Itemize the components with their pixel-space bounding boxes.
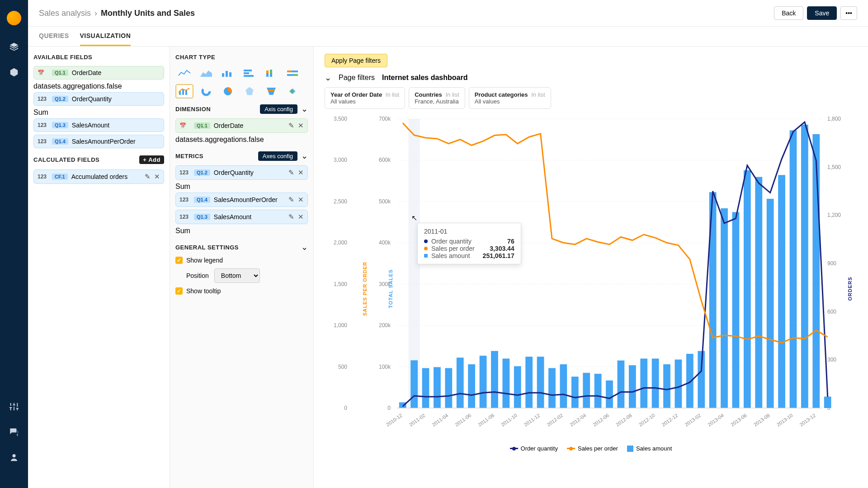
chat-icon[interactable] [9, 427, 19, 437]
metric-salesamountperorder[interactable]: 123 Q1.4 SalesAmountPerOrder ✎✕ [175, 192, 308, 207]
field-orderquantity[interactable]: 123 Q1.2 OrderQuantity [33, 92, 164, 106]
edit-icon[interactable]: ✎ [288, 122, 294, 130]
axes-config-button[interactable]: Axes config [258, 151, 297, 161]
tab-visualization[interactable]: VISUALIZATION [80, 27, 131, 46]
edit-icon[interactable]: ✎ [288, 213, 294, 221]
svg-rect-94 [812, 134, 820, 408]
chevron-down-icon[interactable]: ⌄ [325, 73, 331, 83]
svg-rect-78 [629, 365, 636, 408]
svg-rect-61 [434, 367, 441, 408]
more-button[interactable]: ••• [840, 6, 857, 20]
chevron-right-icon: › [94, 9, 97, 18]
y-axis-total-sales: TOTAL SALES [388, 269, 393, 308]
chevron-down-icon[interactable]: ⌄ [301, 104, 308, 114]
pie-chart-icon[interactable] [219, 84, 237, 99]
breadcrumb-parent[interactable]: Sales analysis [39, 9, 91, 18]
svg-text:2011-08: 2011-08 [477, 413, 495, 427]
filter-chip-categories[interactable]: Product categories In list All values [469, 87, 551, 109]
close-icon[interactable]: ✕ [298, 213, 304, 221]
svg-rect-65 [480, 356, 487, 408]
tab-queries[interactable]: QUERIES [39, 27, 69, 46]
dot-icon [424, 239, 428, 243]
field-accumulated-orders[interactable]: 123 CF.1 Accumulated orders ✎✕ [33, 169, 164, 184]
plus-icon: + [143, 156, 146, 163]
scatter-chart-icon[interactable] [284, 84, 302, 99]
svg-marker-23 [268, 89, 275, 91]
save-button[interactable]: Save [807, 6, 837, 20]
axis-config-button[interactable]: Axis config [260, 104, 297, 114]
legend-position-select[interactable]: Bottom [214, 268, 260, 283]
close-icon[interactable]: ✕ [154, 173, 160, 181]
svg-rect-87 [732, 212, 740, 408]
svg-text:2013-04: 2013-04 [707, 413, 725, 427]
field-salesamountperorder[interactable]: 123 Q1.4 SalesAmountPerOrder [33, 135, 164, 148]
chart-type-title: CHART TYPE [175, 54, 308, 61]
svg-rect-58 [399, 402, 406, 408]
show-tooltip-checkbox[interactable]: ✓ [175, 287, 183, 295]
edit-icon[interactable]: ✎ [145, 173, 151, 181]
area-chart-icon[interactable] [197, 66, 215, 80]
y-axis-orders: ORDERS [847, 277, 852, 300]
close-icon[interactable]: ✕ [298, 169, 304, 177]
radar-chart-icon[interactable] [241, 84, 259, 99]
chevron-down-icon[interactable]: ⌄ [301, 151, 308, 161]
combo-chart-icon[interactable] [175, 84, 193, 99]
metric-orderquantity[interactable]: 123 Q1.2 OrderQuantity ✎✕ [175, 165, 308, 180]
svg-text:2013-10: 2013-10 [776, 413, 794, 427]
chevron-down-icon[interactable]: ⌄ [301, 242, 308, 252]
svg-text:2012-06: 2012-06 [592, 413, 610, 427]
cube-icon[interactable] [9, 67, 19, 78]
svg-rect-68 [514, 366, 521, 408]
svg-text:2,000: 2,000 [334, 239, 347, 246]
stacked-h-bar-icon[interactable] [284, 66, 302, 80]
stacked-bar-icon[interactable] [262, 66, 280, 80]
visualization-area: Apply Page filters ⌄ Page filters Intern… [314, 47, 868, 488]
layers-icon[interactable] [9, 42, 19, 52]
donut-chart-icon[interactable] [197, 84, 215, 99]
settings-icon[interactable] [9, 401, 19, 412]
show-legend-checkbox[interactable]: ✓ [175, 257, 183, 264]
edit-icon[interactable]: ✎ [288, 169, 294, 177]
number-icon: 123 [179, 197, 190, 203]
svg-rect-11 [270, 70, 272, 73]
svg-rect-69 [525, 357, 533, 408]
svg-text:1,500: 1,500 [334, 281, 347, 287]
svg-rect-82 [675, 360, 682, 408]
filter-chip-year[interactable]: Year of Order Date In list All values [325, 87, 405, 109]
dot-icon [424, 247, 428, 250]
edit-icon[interactable]: ✎ [288, 196, 294, 204]
bar-chart-icon[interactable] [219, 66, 237, 80]
chart[interactable]: SALES PER ORDER TOTAL SALES ORDERS 05001… [325, 114, 857, 462]
number-icon: 123 [38, 122, 48, 128]
available-fields-panel: AVAILABLE FIELDS 📅 Q1.1 OrderDate datase… [28, 47, 170, 488]
svg-rect-93 [801, 125, 808, 408]
field-orderdate[interactable]: 📅 Q1.1 OrderDate [33, 66, 164, 80]
user-icon[interactable] [9, 452, 19, 463]
h-bar-chart-icon[interactable] [241, 66, 259, 80]
svg-text:0: 0 [344, 405, 347, 411]
svg-point-0 [13, 454, 16, 457]
filter-chip-countries[interactable]: Countries In list France, Australia [409, 87, 465, 109]
svg-text:2012-04: 2012-04 [569, 413, 587, 427]
add-calc-field-button[interactable]: +Add [139, 155, 164, 164]
metric-salesamount[interactable]: 123 Q1.3 SalesAmount ✎✕ [175, 210, 308, 224]
main: Sales analysis › Monthly Units and Sales… [28, 0, 868, 488]
svg-text:2013-06: 2013-06 [730, 413, 748, 427]
breadcrumb: Sales analysis › Monthly Units and Sales [39, 9, 195, 18]
svg-rect-62 [445, 368, 452, 408]
svg-text:3,000: 3,000 [334, 157, 347, 163]
dimension-orderdate[interactable]: 📅 Q1.1 OrderDate ✎✕ [175, 118, 308, 133]
calendar-icon: 📅 [38, 70, 48, 76]
svg-rect-79 [640, 359, 647, 408]
line-chart-icon[interactable] [175, 66, 193, 80]
back-button[interactable]: Back [774, 6, 803, 20]
field-salesamount[interactable]: 123 Q1.3 SalesAmount [33, 118, 164, 132]
svg-text:2012-12: 2012-12 [661, 413, 679, 427]
funnel-chart-icon[interactable] [262, 84, 280, 99]
number-icon: 123 [38, 138, 48, 145]
number-icon: 123 [179, 214, 190, 220]
apply-page-filters-button[interactable]: Apply Page filters [325, 54, 387, 67]
close-icon[interactable]: ✕ [298, 122, 304, 130]
close-icon[interactable]: ✕ [298, 196, 304, 204]
svg-rect-9 [266, 70, 269, 73]
